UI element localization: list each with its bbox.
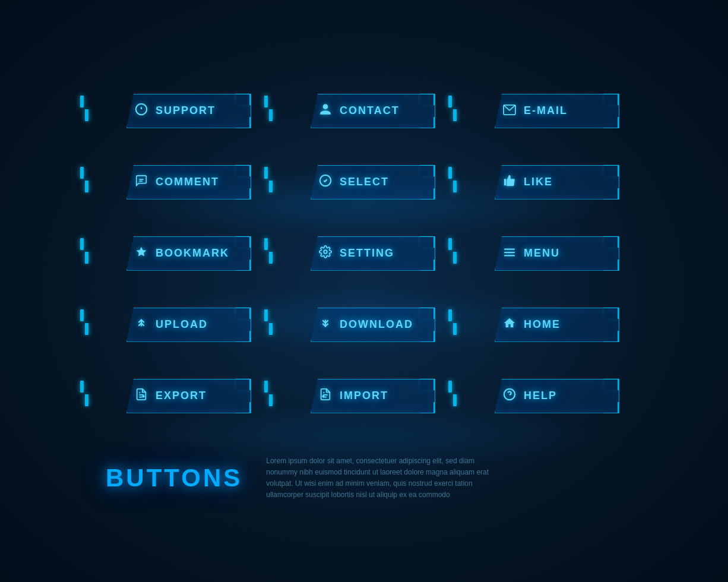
setting-button[interactable]: SETTING (281, 224, 447, 283)
accent-bar-bottom (453, 394, 457, 406)
corner-decoration-tr (420, 93, 435, 105)
import-button[interactable]: IMPORT (281, 366, 447, 426)
btn-frame: IMPORT (311, 379, 435, 413)
corner-decoration-br (236, 331, 251, 343)
corner-decoration-tr (236, 307, 251, 319)
import-icon (317, 388, 334, 404)
btn-accent-decoration (264, 309, 277, 340)
corner-decoration-tr (420, 165, 435, 176)
corner-decoration-tr (420, 236, 435, 248)
like-button[interactable]: LIKE (465, 153, 631, 212)
btn-accent-decoration (264, 381, 277, 412)
btn-frame: BOOKMARK (126, 236, 251, 271)
svg-rect-7 (504, 179, 507, 185)
btn-label-setting: SETTING (340, 247, 394, 260)
menu-button[interactable]: MENU (465, 224, 631, 283)
help-button[interactable]: HELP (465, 366, 631, 426)
accent-bar-bottom (85, 323, 88, 335)
btn-label-email: E-MAIL (524, 105, 568, 117)
btn-accent-decoration (80, 309, 93, 340)
btn-accent-decoration (264, 238, 277, 269)
corner-decoration-tr (604, 378, 619, 390)
support-button[interactable]: SUPPORT (97, 81, 263, 141)
corner-decoration-tr (236, 93, 251, 105)
home-button[interactable]: HOME (465, 295, 631, 355)
corner-decoration-tr (236, 236, 251, 248)
corner-decoration-tr (420, 307, 435, 319)
accent-bar-top (80, 309, 84, 321)
btn-accent-decoration (80, 167, 93, 198)
email-button[interactable]: E-MAIL (465, 81, 631, 141)
accent-bar-bottom (453, 109, 457, 121)
btn-frame: EXPORT (126, 379, 251, 413)
upload-button[interactable]: UPLOAD (97, 295, 263, 355)
description-text: Lorem ipsum dolor sit amet, consectetuer… (266, 456, 492, 501)
btn-accent-decoration (264, 167, 277, 198)
select-icon (317, 174, 334, 191)
btn-label-menu: MENU (524, 247, 560, 260)
contact-icon (317, 103, 334, 119)
corner-decoration-br (236, 260, 251, 271)
menu-icon (501, 246, 518, 261)
email-icon (501, 103, 518, 119)
btn-accent-decoration (264, 96, 277, 126)
accent-bar-bottom (85, 252, 88, 264)
corner-decoration-tr (604, 236, 619, 248)
btn-label-home: HOME (524, 318, 561, 331)
btn-frame: UPLOAD (126, 308, 251, 342)
download-button[interactable]: DOWNLOAD (281, 295, 447, 355)
comment-icon (133, 174, 150, 191)
btn-frame: HELP (495, 379, 619, 413)
btn-label-help: HELP (524, 390, 557, 402)
corner-decoration-br (420, 402, 435, 414)
accent-bar-top (448, 167, 452, 179)
corner-decoration-br (420, 188, 435, 200)
corner-decoration-tr (236, 378, 251, 390)
select-button[interactable]: SELECT (281, 153, 447, 212)
comment-button[interactable]: COMMENT (97, 153, 263, 212)
bookmark-button[interactable]: BOOKMARK (97, 224, 263, 283)
corner-decoration-br (604, 188, 619, 200)
corner-decoration-br (236, 402, 251, 414)
accent-bar-top (80, 238, 84, 250)
btn-label-contact: CONTACT (340, 105, 400, 117)
corner-decoration-br (236, 188, 251, 200)
btn-label-comment: COMMENT (156, 176, 219, 188)
corner-decoration-br (420, 331, 435, 343)
accent-bar-bottom (269, 109, 273, 121)
upload-icon (133, 317, 150, 333)
corner-decoration-br (420, 260, 435, 271)
corner-decoration-tr (236, 165, 251, 176)
accent-bar-bottom (453, 181, 457, 192)
accent-bar-top (264, 238, 268, 250)
section-title: BUTTONS (106, 464, 242, 492)
btn-frame: SELECT (311, 165, 435, 200)
accent-bar-bottom (269, 252, 273, 264)
accent-bar-top (264, 381, 268, 393)
corner-decoration-tr (420, 378, 435, 390)
btn-label-import: IMPORT (340, 390, 388, 402)
btn-frame: LIKE (495, 165, 619, 200)
btn-label-download: DOWNLOAD (340, 318, 413, 331)
corner-decoration-br (604, 117, 619, 129)
accent-bar-top (264, 96, 268, 107)
corner-decoration-br (604, 331, 619, 343)
btn-accent-decoration (448, 381, 461, 412)
accent-bar-bottom (453, 252, 457, 264)
btn-frame: CONTACT (311, 94, 435, 128)
btn-accent-decoration (448, 238, 461, 269)
accent-bar-bottom (269, 181, 273, 192)
bookmark-icon (133, 245, 150, 262)
home-icon (501, 317, 518, 333)
contact-button[interactable]: CONTACT (281, 81, 447, 141)
setting-icon (317, 245, 334, 262)
export-button[interactable]: EXPORT (97, 366, 263, 426)
btn-label-like: LIKE (524, 176, 553, 188)
btn-label-bookmark: BOOKMARK (156, 247, 229, 260)
btn-frame: SETTING (311, 236, 435, 271)
like-icon (501, 174, 518, 191)
btn-accent-decoration (80, 238, 93, 269)
btn-frame: COMMENT (126, 165, 251, 200)
corner-decoration-tr (604, 93, 619, 105)
btn-label-export: EXPORT (156, 390, 207, 402)
